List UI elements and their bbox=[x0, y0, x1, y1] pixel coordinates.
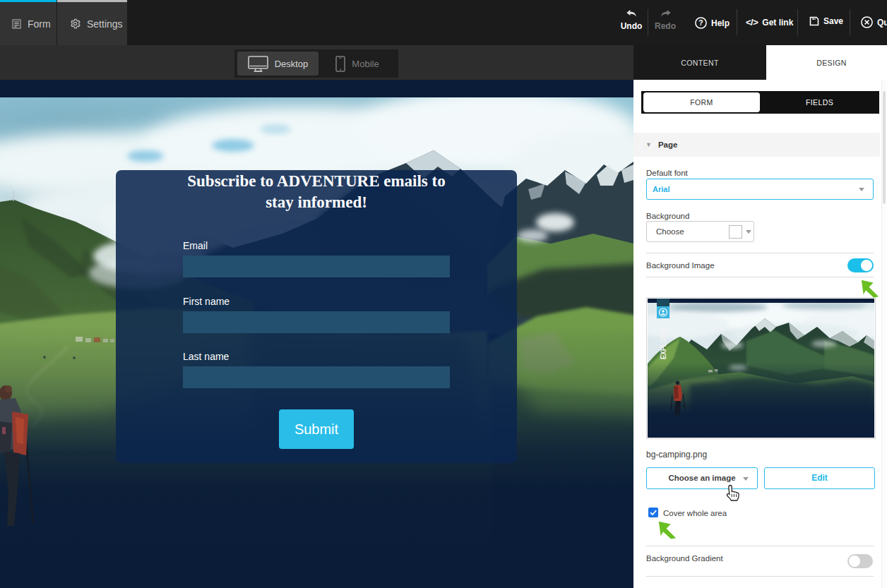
svg-text:EXPLORER: EXPLORER bbox=[660, 324, 667, 359]
svg-text:?: ? bbox=[698, 18, 703, 27]
